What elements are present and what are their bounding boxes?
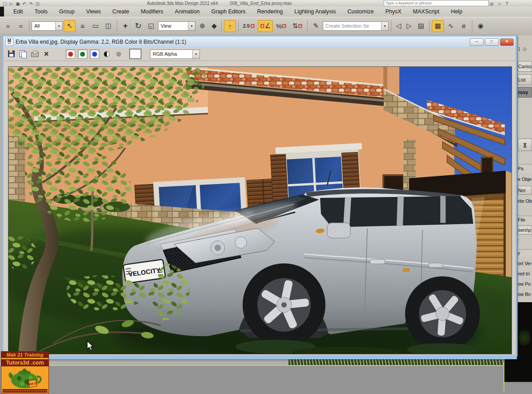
save-image-button[interactable] (7, 49, 16, 58)
menu-physx[interactable]: PhysX (379, 8, 407, 15)
none-button[interactable]: Nor (518, 186, 532, 195)
file-rollout-header[interactable]: File (518, 216, 532, 224)
panel-toolbar-icons[interactable]: ⌇ ⊹ (518, 46, 532, 59)
rear-wheel (405, 276, 480, 351)
angle-snap-button[interactable]: Ω∠ (258, 20, 273, 32)
maximize-button[interactable]: □ (485, 38, 499, 46)
modifier-list-dropdown[interactable]: List (518, 74, 532, 85)
close-button[interactable]: ✕ (500, 38, 514, 46)
reference-coordinate-dropdown[interactable]: View▾ (158, 21, 195, 31)
align-button[interactable]: ▷ (404, 20, 414, 32)
select-object-button[interactable]: ↖ (64, 20, 76, 32)
chevron-down-icon[interactable]: ▾ (188, 22, 195, 30)
menu-edit[interactable]: Edit (8, 8, 29, 15)
tree-preview-blob (519, 329, 530, 347)
open-file-icon[interactable]: ▷ (9, 2, 13, 6)
menu-maxscript[interactable]: MAXScript (407, 8, 445, 15)
alpha-channel-button[interactable] (114, 49, 123, 59)
monochrome-button[interactable] (102, 49, 111, 59)
named-selection-set-field[interactable]: Create Selection Se▾ (323, 21, 389, 31)
select-and-move-button[interactable]: + (119, 20, 131, 32)
menubar: Edit Tools Group Views Create Modifiers … (0, 6, 532, 17)
floppy-icon (8, 50, 15, 57)
search-icon[interactable]: ◎ (490, 1, 494, 6)
viewport-strip[interactable] (0, 357, 532, 394)
minimize-button[interactable]: — (470, 38, 483, 46)
save-file-icon[interactable]: ▣ (16, 2, 20, 6)
mirror-button[interactable]: ◁ (394, 20, 403, 32)
display-rollout-header[interactable]: y (518, 249, 532, 257)
menu-graph-editors[interactable]: Graph Editors (205, 8, 251, 15)
render-setup-button[interactable]: ◉ (475, 20, 487, 32)
object-name-field[interactable]: Cariss (518, 61, 532, 72)
blue-channel-button[interactable] (90, 49, 99, 59)
chevron-down-icon[interactable]: ▾ (192, 50, 199, 58)
select-and-scale-button[interactable]: ◱ (145, 20, 157, 32)
favorites-icon[interactable]: ☆ (498, 1, 502, 6)
menu-tools[interactable]: Tools (29, 8, 53, 15)
snaps-toggle-icon[interactable]: ≈ (2, 20, 14, 32)
menu-rendering[interactable]: Rendering (252, 8, 289, 15)
parameters-rollout-header[interactable]: Pa (518, 164, 532, 173)
red-channel-button[interactable] (66, 49, 75, 59)
printer-icon (31, 52, 39, 57)
redo-icon[interactable]: ↷ (29, 2, 32, 6)
project-folder-icon[interactable]: ◳ (35, 2, 39, 6)
desktop: { "titlebar": { "app_title": "Autodesk 3… (0, 0, 532, 394)
rendered-image: VELOCITY (8, 66, 512, 354)
edit-named-selections-button[interactable]: ✎ (310, 20, 322, 32)
infocenter-search-input[interactable] (384, 0, 489, 6)
menu-lighting-analysis[interactable]: Lighting Analysis (288, 8, 341, 15)
curve-editor-button[interactable]: ∿ (445, 20, 457, 32)
show-points-row[interactable]: ow Po (518, 280, 532, 288)
source-object-row: e Obje (518, 175, 532, 184)
rendered-tris-row[interactable]: red tri (518, 270, 532, 278)
watermark-footer (2, 389, 48, 393)
graphite-ribbon-button[interactable]: ▦ (432, 20, 444, 32)
copy-image-button[interactable] (19, 49, 28, 58)
modifier-stack-item[interactable]: roxy (518, 87, 532, 98)
clear-image-button[interactable]: × (42, 49, 51, 58)
main-toolbar: ≈ ≈ All▾ ↖ ≡ ▭ ◫ + ↻ ◱ View▾ ⊕ ◆ ↑ 2.5Ω … (0, 17, 532, 34)
rfw-titlebar[interactable]: M3DS Erba Villa end.jpg, Display Gamma: … (4, 37, 516, 47)
chevron-down-icon[interactable]: ▾ (55, 22, 62, 30)
select-by-name-button[interactable]: ≡ (77, 20, 89, 32)
menu-create[interactable]: Create (107, 8, 135, 15)
layer-manager-button[interactable]: ▤ (415, 20, 427, 32)
show-box-row[interactable]: ow Bo (518, 291, 532, 299)
menu-customize[interactable]: Customize (341, 8, 379, 15)
alpha-icon (116, 52, 121, 57)
snaps-toggle-2-icon[interactable]: ≈ (15, 20, 27, 32)
menu-modifiers[interactable]: Modifiers (135, 8, 169, 15)
file-path-field[interactable]: sers\p (518, 226, 532, 234)
help-icon[interactable]: ? (506, 1, 508, 6)
use-pivot-center-button[interactable]: ⊕ (196, 20, 208, 32)
undo-icon[interactable]: ↶ (23, 2, 26, 6)
select-and-rotate-button[interactable]: ↻ (132, 20, 144, 32)
background-color-swatch[interactable] (130, 49, 141, 59)
green-channel-button[interactable] (78, 49, 87, 59)
rectangular-selection-button[interactable]: ▭ (89, 20, 102, 32)
percent-snap-button[interactable]: %Ω (274, 20, 289, 32)
chevron-down-icon[interactable]: ▾ (381, 22, 388, 30)
menu-views[interactable]: Views (80, 8, 106, 15)
new-file-icon[interactable]: ▢ (3, 2, 7, 6)
rendered-frame-window[interactable]: M3DS Erba Villa end.jpg, Display Gamma: … (2, 35, 517, 359)
snap-toggle-25-button[interactable]: 2.5Ω (241, 20, 257, 32)
stack-pin-button[interactable]: ][ (518, 139, 532, 151)
menu-group[interactable]: Group (53, 8, 81, 15)
menu-animation[interactable]: Animation (169, 8, 206, 15)
channel-display-dropdown[interactable]: RGB Alpha▾ (150, 49, 200, 59)
selection-filter-dropdown[interactable]: All▾ (32, 21, 63, 31)
active-viewport-border-h (0, 365, 504, 366)
import-vertices-row[interactable]: ort Ver (518, 260, 532, 268)
teapot-logo: Mak 21 (8, 366, 42, 389)
menu-help[interactable]: Help (445, 8, 468, 15)
window-crossing-button[interactable]: ◫ (102, 20, 114, 32)
blue-channel-icon (92, 52, 97, 57)
print-image-button[interactable] (30, 49, 39, 58)
schematic-view-button[interactable]: # (458, 20, 470, 32)
spinner-snap-button[interactable]: ⇅Ω (290, 20, 305, 32)
select-and-manipulate-button[interactable]: ◆ (209, 20, 219, 32)
keyboard-override-button[interactable]: ↑ (224, 20, 236, 32)
